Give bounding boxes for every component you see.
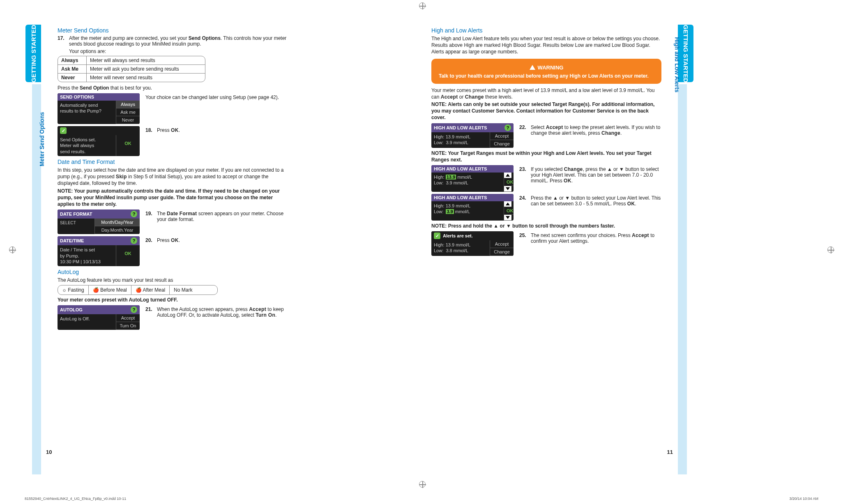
meter-screen-autolog: AUTOLOG? AutoLog is Off. Accept Turn On (58, 305, 140, 330)
arrow-down-icon (504, 186, 511, 192)
table-row: AlwaysMeter will always send results (58, 56, 205, 64)
autolog-options-table: ☼ Fasting 🍎 Before Meal 🍎 After Meal No … (58, 285, 218, 295)
step-number: 17. (58, 35, 67, 54)
footer-slug-left: 81552940_CntrNextLINK2_4_UG_ENca_FpBp_v0… (25, 497, 126, 501)
check-icon: ✓ (434, 232, 440, 239)
meter-screen-alerts-high: HIGH AND LOW ALERTS High: 13.9 mmol/L Lo… (431, 165, 514, 192)
registration-mark (9, 246, 16, 253)
page-right: GETTING STARTED High and Low Alerts High… (415, 12, 678, 468)
footer-slug-right: 3/20/14 10:04 AM (789, 497, 818, 501)
help-icon: ? (131, 306, 137, 313)
autolog-preset: Your meter comes preset with AutoLog tur… (58, 297, 288, 303)
tab-getting-started: GETTING STARTED (25, 25, 41, 82)
registration-mark (419, 481, 426, 488)
step-22: 22. Select Accept to keep the preset ale… (519, 124, 661, 136)
section-tab-right-label: High and Low Alerts (674, 37, 680, 92)
send-options-table: AlwaysMeter will always send results Ask… (58, 56, 205, 82)
section-tab-right: High and Low Alerts (678, 84, 687, 474)
help-icon: ? (131, 211, 137, 217)
arrow-up-icon (504, 173, 511, 178)
warning-icon (530, 65, 535, 70)
check-icon: ✓ (60, 127, 67, 134)
page-left: GETTING STARTED Meter Send Options Meter… (41, 12, 304, 468)
heading-autolog: AutoLog (58, 269, 288, 275)
note-target-ranges: NOTE: Your Target Ranges must be within … (431, 150, 661, 163)
press-send-option: Press the Send Option that is best for y… (58, 85, 288, 91)
date-time-note: NOTE: Your pump automatically controls t… (58, 188, 288, 208)
options-intro: Your options are: (69, 48, 288, 54)
registration-mark (419, 2, 426, 9)
autolog-intro: The AutoLog feature lets you mark your t… (58, 277, 288, 283)
page-number-right: 11 (667, 449, 673, 455)
meter-screen-send-options: SEND OPTIONS Automatically sendresults t… (58, 93, 140, 124)
step-20: 20. Press OK. (145, 237, 288, 243)
page-spread: GETTING STARTED Meter Send Options Meter… (16, 12, 827, 468)
section-tab-left-label: Meter Send Options (39, 112, 45, 166)
help-icon: ? (131, 237, 137, 244)
warning-body: Talk to your health care professional be… (439, 73, 654, 79)
section-tab-left: Meter Send Options (32, 84, 41, 474)
step-body: After the meter and pump are connected, … (69, 35, 288, 54)
preset-text: Your meter comes preset with a high aler… (431, 87, 661, 100)
meter-screen-alerts-preset: HIGH AND LOW ALERTS? High: 13.9 mmol/L L… (431, 123, 514, 148)
meter-screen-send-confirm: ✓ Send Options set.Meter will alwayssend… (58, 126, 140, 156)
help-icon: ? (504, 124, 511, 131)
heading-date-time: Date and Time Format (58, 159, 288, 165)
meter-screen-alerts-low: HIGH AND LOW ALERTS High: 13.9 mmol/L Lo… (431, 194, 514, 221)
step-21: 21. When the AutoLog screen appears, pre… (145, 306, 288, 318)
table-row: NeverMeter will never send results (58, 73, 205, 82)
arrow-up-icon (504, 201, 511, 207)
heading-meter-send: Meter Send Options (58, 27, 288, 34)
step-25: 25. The next screen confirms your choice… (519, 232, 661, 244)
page-number-left: 10 (46, 449, 52, 455)
note-alerts-range: NOTE: Alerts can only be set outside you… (431, 101, 661, 121)
step-19: 19. The Date Format screen appears on yo… (145, 211, 288, 222)
registration-mark (827, 246, 834, 253)
heading-high-low: High and Low Alerts (431, 27, 661, 34)
arrow-down-icon (504, 215, 511, 221)
meter-screen-alerts-set: ✓Alerts are set. High: 13.9 mmol/L Low: … (431, 231, 514, 256)
high-low-intro: The High and Low Alert feature tells you… (431, 35, 661, 55)
meter-screen-date-set: DATE/TIME? Date / Time is setby Pump.10:… (58, 236, 140, 266)
note-press-hold: NOTE: Press and hold the ▲ or ▼ button t… (431, 223, 661, 229)
step-24: 24. Press the ▲ or ▼ button to select yo… (519, 195, 661, 207)
date-time-para: In this step, you select how the date an… (58, 167, 288, 187)
step-17: 17. After the meter and pump are connect… (58, 35, 288, 54)
step-18: 18. Press OK. (145, 127, 288, 133)
choice-note: Your choice can be changed later using S… (145, 94, 288, 101)
meter-screen-date-format: DATE FORMAT? SELECT Month/Day/Year Day.M… (58, 209, 140, 234)
table-row: Ask MeMeter will ask you before sending … (58, 64, 205, 73)
warning-box: WARNING Talk to your health care profess… (431, 59, 661, 84)
step-23: 23. If you selected Change, press the ▲ … (519, 166, 661, 184)
